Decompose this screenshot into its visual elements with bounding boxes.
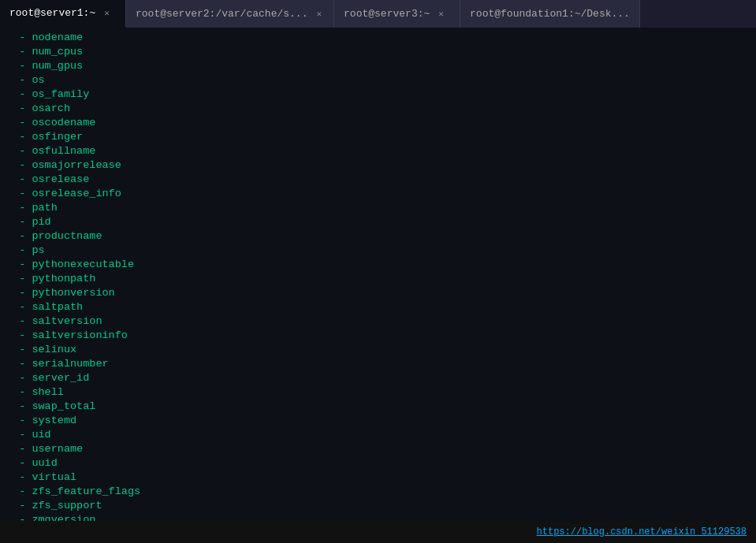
terminal-line: - num_gpus — [6, 59, 750, 73]
terminal-line: - num_cpus — [6, 45, 750, 59]
terminal-window: root@server1:~ ✕ root@server2:/var/cache… — [0, 0, 756, 543]
terminal-line: - swap_total — [6, 400, 750, 414]
terminal-line: - saltversioninfo — [6, 329, 750, 343]
terminal-line: - osrelease_info — [6, 187, 750, 201]
terminal-line: - systemd — [6, 414, 750, 428]
terminal-line: - saltversion — [6, 314, 750, 329]
terminal-output: - nodename - num_cpus - num_gpus - os - … — [6, 31, 750, 521]
terminal-line: - osarch — [6, 102, 750, 116]
terminal-line: - oscodename — [6, 116, 750, 130]
tab-server1[interactable]: root@server1:~ ✕ — [0, 0, 126, 28]
tab-label-server1: root@server1:~ — [9, 7, 95, 19]
terminal-line: - pythonversion — [6, 286, 750, 300]
terminal-line: - username — [6, 442, 750, 456]
terminal-line: - zfs_support — [6, 499, 750, 513]
tab-label-server2: root@server2:/var/cache/s... — [136, 8, 307, 20]
terminal-line: - nodename — [6, 31, 750, 45]
terminal-line: - zmqversion — [6, 513, 750, 521]
tab-server2[interactable]: root@server2:/var/cache/s... ✕ — [126, 0, 334, 28]
tab-close-server3[interactable]: ✕ — [436, 8, 446, 20]
terminal-line: - uuid — [6, 456, 750, 470]
terminal-line: - osfinger — [6, 130, 750, 144]
tab-close-server2[interactable]: ✕ — [314, 8, 324, 20]
terminal-line: - osfullname — [6, 144, 750, 158]
terminal-line: - saltpath — [6, 300, 750, 314]
terminal-line: - ps — [6, 244, 750, 258]
terminal-line: - osrelease — [6, 173, 750, 187]
terminal-line: - pythonpath — [6, 272, 750, 286]
tab-foundation1[interactable]: root@foundation1:~/Desk... — [460, 0, 640, 28]
tab-label-server3: root@server3:~ — [344, 8, 430, 20]
tab-bar: root@server1:~ ✕ root@server2:/var/cache… — [0, 0, 756, 28]
status-bar: https://blog.csdn.net/weixin_51129538 — [0, 521, 756, 543]
terminal-line: - server_id — [6, 371, 750, 385]
terminal-content[interactable]: - nodename - num_cpus - num_gpus - os - … — [0, 28, 756, 521]
terminal-line: - zfs_feature_flags — [6, 485, 750, 499]
terminal-line: - osmajorrelease — [6, 158, 750, 173]
terminal-line: - serialnumber — [6, 357, 750, 371]
tab-close-server1[interactable]: ✕ — [102, 7, 112, 19]
status-link[interactable]: https://blog.csdn.net/weixin_51129538 — [537, 526, 747, 537]
terminal-line: - os — [6, 73, 750, 87]
terminal-line: - path — [6, 201, 750, 215]
terminal-line: - productname — [6, 229, 750, 244]
terminal-line: - uid — [6, 428, 750, 442]
terminal-line: - selinux — [6, 343, 750, 357]
terminal-line: - pid — [6, 215, 750, 229]
terminal-line: - os_family — [6, 87, 750, 102]
tab-server3[interactable]: root@server3:~ ✕ — [334, 0, 460, 28]
tab-label-foundation1: root@foundation1:~/Desk... — [470, 8, 630, 20]
terminal-line: - pythonexecutable — [6, 258, 750, 272]
terminal-line: - virtual — [6, 470, 750, 485]
terminal-line: - shell — [6, 385, 750, 400]
